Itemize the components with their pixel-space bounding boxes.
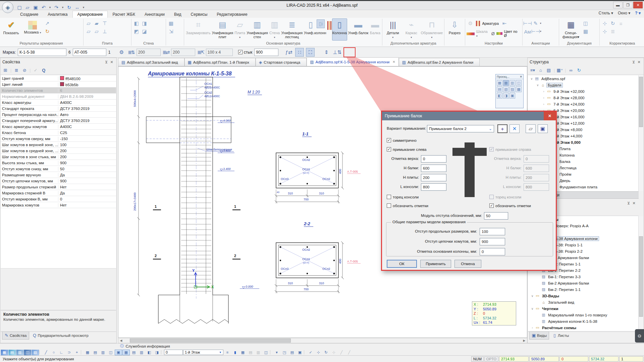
tree-item[interactable]: › ▭ 8-й Этаж +28,000 [528, 95, 639, 101]
document-tab[interactable]: ▨ AdjBeams.spf:К-1-5-38 Армування колони… [307, 57, 399, 66]
list-view-icon[interactable]: ≣ [13, 67, 19, 73]
toolbar-icon[interactable]: ◫ [262, 350, 270, 355]
property-row[interactable]: Шаг хомутов в верхней зоне, ... 100 [1, 142, 116, 148]
vertical-range-icon[interactable]: ⇕ [322, 48, 331, 57]
projection-view-button[interactable]: ▤ [497, 86, 502, 92]
home-icon[interactable]: ⌂ [538, 67, 544, 73]
toolbar-icon[interactable]: ↻ [322, 350, 330, 355]
filtered-list-icon[interactable]: ⊘ [21, 67, 28, 73]
collapse-side-button[interactable]: ⊖ [635, 329, 644, 343]
property-row[interactable]: Отступ хомутов снизу, мм 50 [1, 166, 116, 172]
cancel-button[interactable]: Отмена [454, 260, 481, 268]
longitudinal-offset-input[interactable]: 100 [480, 228, 505, 235]
marka-input[interactable]: К-1-5-38 [18, 49, 66, 56]
unify-stairs-button[interactable]: ≣ Унификация лестниц [281, 18, 303, 41]
property-row[interactable]: Нормативный документ ДБН В.2.6-98:2009 [1, 94, 116, 100]
property-row[interactable]: Класс арматуры А400С [1, 100, 116, 106]
expand-icon[interactable]: ∨ [530, 77, 533, 80]
storey-icon[interactable]: ▤ [546, 67, 552, 73]
service-info[interactable]: ⓘ Служебная информация [120, 344, 170, 349]
property-row[interactable]: Отступ маркировки В, мм 0 [1, 196, 116, 202]
toolbar-icon[interactable] [161, 350, 164, 355]
property-row[interactable]: Цвет граней ff548100 [1, 75, 116, 81]
slab-height-input-right[interactable]: 200 [524, 174, 549, 181]
help-menu[interactable]: ? ▾ [635, 11, 641, 15]
stirrup-top-step-input[interactable]: 200 [137, 49, 161, 56]
property-row[interactable]: Цвет линий b53b5b [1, 81, 116, 87]
window-menu[interactable]: Окно ▾ [618, 11, 630, 15]
dialog-title-bar[interactable]: Примыкание балок [382, 112, 556, 120]
dots-mode2-icon[interactable]: ⛶ [306, 48, 315, 57]
close-panel-icon[interactable]: ✕ [109, 59, 114, 65]
styk-checkbox[interactable]: стык [238, 50, 252, 55]
toolbar-icon[interactable]: ▮ [231, 350, 239, 355]
num-indicator[interactable]: NUM [471, 356, 484, 362]
projection-view-button[interactable]: ▧ [503, 86, 509, 92]
copy-rotate-icon[interactable]: ↻ [609, 20, 616, 27]
toolbar-icon[interactable]: ◫ [24, 350, 31, 355]
beam-height-input[interactable]: 600 [421, 165, 446, 172]
save-icon[interactable]: ▣ [32, 4, 39, 11]
document-tab[interactable]: ▦ AdjBeams.spf:План. 1-й Поверх [184, 58, 256, 66]
slab-joint-icon[interactable]: ⊥ [101, 28, 108, 35]
open-variant-button[interactable]: ▱ [526, 124, 536, 133]
projection-view-button[interactable]: ▦ [497, 80, 502, 86]
palette-close-icon[interactable]: ✕ [520, 75, 522, 78]
apply-button[interactable]: Применить [420, 260, 451, 268]
view-item[interactable]: ▨ Бм-1: Перетин 3-3 [528, 274, 639, 280]
toolbar-icon[interactable]: ◳ [281, 350, 288, 355]
slab-x-icon[interactable]: ▱ [85, 20, 92, 27]
console-end-checkbox-right[interactable]: торец консоли [489, 195, 521, 199]
label-offset-input[interactable]: 50 [484, 212, 508, 220]
redo-icon[interactable]: ↷ [53, 4, 60, 11]
move-icon[interactable]: ⊹ [601, 20, 608, 27]
mark-icon[interactable]: Aᴍ [524, 28, 531, 35]
property-row[interactable]: Количество элементов 6 [1, 87, 116, 94]
toolbar-icon[interactable]: ▦ [122, 350, 130, 355]
add-view-icon[interactable]: ▦⁺ [557, 67, 563, 73]
console-length-input-right[interactable]: 800 [524, 183, 549, 191]
ribbon-tab[interactable]: Сервисы [186, 11, 212, 18]
new-file-icon[interactable]: ▢ [16, 4, 23, 11]
symmetric-checkbox[interactable]: симметрично [387, 138, 417, 142]
slab-t-icon[interactable]: ⊤ [101, 20, 108, 27]
toolbar-icon[interactable]: ▥ [138, 350, 145, 355]
stirrup-zone-input[interactable]: 100 x 4 [206, 49, 233, 56]
tab-close-icon[interactable]: ✕ [392, 60, 395, 64]
maximize-button[interactable]: ❐ [623, 2, 633, 8]
minimize-button[interactable]: ▬ [613, 2, 623, 8]
tab-views[interactable]: ▣Виды [529, 331, 549, 340]
slab-dropdown-button[interactable]: ▱ Плита ▾ [234, 18, 246, 41]
sync-icon[interactable]: ↻ [66, 4, 72, 11]
property-row[interactable]: Маркировка стержней В Да [1, 190, 116, 196]
beam-button[interactable]: ▬ Балка [369, 18, 381, 41]
undo-dropdown-icon[interactable]: ▾ [48, 4, 52, 11]
dialog-close-button[interactable]: ✕ [544, 112, 556, 120]
stirrup-mid-step-input[interactable]: 200 [171, 49, 195, 56]
toolbar-icon[interactable]: ✓ [307, 350, 314, 355]
toolbar-icon[interactable]: ◨ [153, 350, 161, 355]
framing-button[interactable]: ⊓ Обрамление▾ [421, 18, 443, 41]
categorized-icon[interactable]: ⊞ [2, 67, 8, 73]
expand-icon[interactable]: ∨ [531, 294, 534, 298]
dots-mode-icon[interactable]: ∷ [295, 48, 304, 57]
toolbar-icon[interactable]: ▤ [288, 350, 296, 355]
refresh-results-icon[interactable]: ↻ [44, 28, 51, 35]
property-row[interactable]: Стандарт поперечной армату... ДСТУ 3760:… [1, 118, 116, 124]
beam-height-input-right[interactable]: 600 [524, 165, 549, 172]
document-tab[interactable]: ◈ Стартовая страница [256, 58, 307, 66]
property-row[interactable]: Размер продольных стержней Нет [1, 184, 116, 190]
find-icon[interactable]: ∞ [568, 67, 574, 73]
expand-icon[interactable]: › [542, 90, 545, 93]
property-row[interactable]: Отступ цепочки хомутов, мм 900 [1, 178, 116, 184]
offset-curve-icon[interactable]: ƒ⇄ [284, 48, 293, 57]
pin-icon[interactable]: ⊻ [626, 200, 631, 206]
wall-dropdown-button[interactable]: ▥ Стена ▾ [269, 18, 280, 41]
wall-x-icon[interactable]: ◧ [133, 20, 140, 27]
delete-variant-button[interactable]: ✕ [509, 124, 520, 133]
toolbar-icon[interactable]: ▤ [92, 350, 99, 355]
align-icon[interactable]: ≡ [617, 20, 625, 27]
column-button[interactable]: ▯ Колонна [332, 18, 347, 41]
sheet-icon[interactable]: ◫ [582, 20, 589, 27]
toolbar-icon[interactable]: ▧ [32, 350, 39, 355]
